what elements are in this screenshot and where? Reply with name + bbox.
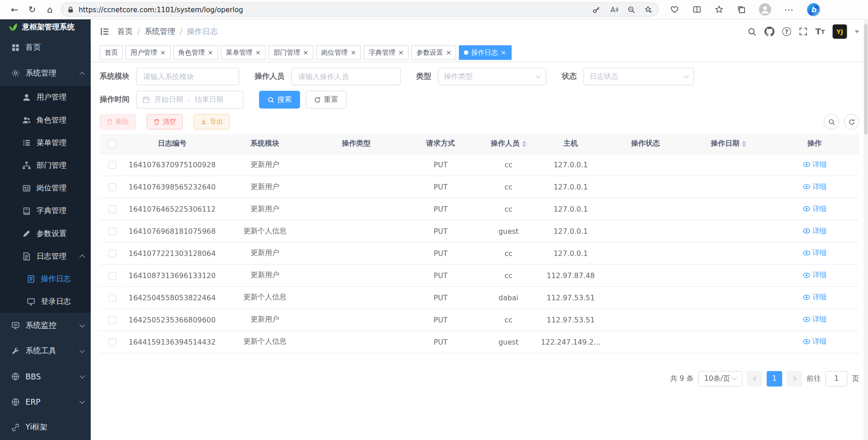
page-button-1[interactable]: 1 [767, 371, 782, 386]
settings-ellipsis-icon[interactable]: ⋯ [784, 4, 794, 14]
row-checkbox[interactable] [108, 161, 116, 169]
github-icon[interactable] [764, 27, 774, 37]
tab-dict-mgmt[interactable]: 字典管理× [364, 45, 409, 60]
browser-profile-avatar[interactable] [759, 3, 771, 15]
breadcrumb-system[interactable]: 系统管理 [144, 27, 175, 37]
row-checkbox[interactable] [108, 250, 116, 257]
sidebar-item-role-mgmt[interactable]: 角色管理 [0, 109, 91, 131]
tab-home[interactable]: 首页 [99, 45, 123, 60]
delete-button[interactable]: 删除 [99, 114, 136, 129]
row-checkbox[interactable] [108, 294, 116, 302]
browser-home-button[interactable]: ⌂ [41, 2, 59, 17]
sort-icon[interactable] [522, 141, 526, 147]
tab-user-mgmt[interactable]: 用户管理× [126, 45, 170, 60]
row-checkbox[interactable] [108, 227, 116, 235]
next-page-button[interactable] [787, 371, 802, 386]
close-icon[interactable]: × [255, 49, 261, 56]
clear-button[interactable]: 清空 [146, 114, 183, 129]
favorite-add-star-icon[interactable] [644, 5, 652, 14]
favorites-star-icon[interactable] [715, 5, 724, 14]
refresh-table-button[interactable] [844, 114, 859, 129]
detail-link[interactable]: 详细 [802, 336, 827, 346]
reset-button[interactable]: 重置 [306, 91, 347, 109]
detail-link[interactable]: 详细 [802, 248, 827, 258]
row-checkbox[interactable] [108, 272, 116, 279]
sidebar-item-home[interactable]: 首页 [0, 35, 91, 60]
sidebar-item-log-mgmt[interactable]: 日志管理 [0, 245, 91, 267]
sidebar-item-dept-mgmt[interactable]: 部门管理 [0, 154, 91, 176]
zoom-out-icon[interactable] [627, 5, 635, 14]
sidebar-item-param-settings[interactable]: 参数设置 [0, 222, 91, 245]
detail-link[interactable]: 详细 [802, 292, 827, 302]
url-text[interactable]: https://ccnetcore.com:1101/system/log/op… [79, 5, 592, 14]
row-checkbox[interactable] [108, 338, 116, 346]
collections-icon[interactable] [737, 5, 746, 14]
export-button[interactable]: 导出 [194, 114, 230, 129]
sidebar-item-post-mgmt[interactable]: 岗位管理 [0, 177, 91, 199]
col-operator[interactable]: 操作人员 [479, 134, 538, 153]
copilot-icon[interactable]: b [807, 3, 820, 16]
page-scrollbar[interactable] [863, 19, 868, 440]
detail-link[interactable]: 详细 [802, 203, 827, 213]
detail-link[interactable]: 详细 [802, 181, 827, 191]
row-checkbox[interactable] [108, 205, 116, 213]
select-all-checkbox[interactable] [108, 140, 116, 148]
read-aloud-icon[interactable] [609, 5, 618, 14]
sidebar-item-login-log[interactable]: 登录日志 [0, 290, 91, 313]
sidebar-item-bbs[interactable]: BBS [0, 364, 91, 389]
goto-page-input[interactable] [826, 371, 848, 386]
tab-param-settings[interactable]: 参数设置× [411, 45, 456, 60]
detail-link[interactable]: 详细 [802, 270, 827, 280]
tab-dept-mgmt[interactable]: 部门管理× [269, 45, 313, 60]
breadcrumb-home[interactable]: 首页 [118, 27, 133, 37]
sort-icon[interactable] [742, 141, 746, 147]
sidebar-toggle-icon[interactable] [99, 27, 109, 37]
show-search-button[interactable] [824, 114, 839, 129]
close-icon[interactable]: × [350, 49, 356, 56]
sidebar-item-dict-mgmt[interactable]: 字典管理 [0, 199, 91, 222]
password-key-icon[interactable] [592, 5, 600, 14]
detail-link[interactable]: 详细 [802, 159, 827, 169]
sidebar-item-system-monitor[interactable]: 系统监控 [0, 313, 91, 338]
sidebar-item-system-tools[interactable]: 系统工具 [0, 338, 91, 364]
module-input[interactable] [136, 67, 239, 85]
row-checkbox[interactable] [108, 183, 116, 191]
operator-input[interactable] [291, 67, 401, 85]
page-size-select[interactable]: 10条/页 [698, 371, 742, 386]
sidebar-item-system[interactable]: 系统管理 [0, 60, 91, 85]
close-icon[interactable]: × [500, 49, 506, 56]
sidebar-item-operation-log[interactable]: 操作日志 [0, 267, 91, 290]
prev-page-button[interactable] [747, 371, 762, 386]
sidebar-item-yi-framework[interactable]: Yi框架 [0, 415, 91, 440]
font-size-icon[interactable]: TT [816, 27, 825, 37]
close-icon[interactable]: × [208, 49, 213, 56]
fullscreen-icon[interactable] [799, 27, 808, 36]
sidebar-item-user-mgmt[interactable]: 用户管理 [0, 86, 91, 109]
detail-link[interactable]: 详细 [802, 226, 827, 236]
close-icon[interactable]: × [398, 49, 404, 56]
split-screen-icon[interactable] [693, 5, 702, 14]
sidebar-item-erp[interactable]: ERP [0, 389, 91, 415]
type-select[interactable]: 操作类型 [438, 67, 547, 85]
header-search-icon[interactable] [747, 27, 757, 36]
detail-link[interactable]: 详细 [802, 314, 827, 324]
browser-address-bar[interactable]: https://ccnetcore.com:1101/system/log/op… [61, 2, 659, 17]
col-date[interactable]: 操作日期 [687, 134, 770, 153]
close-icon[interactable]: × [446, 49, 451, 56]
tab-role-mgmt[interactable]: 角色管理× [173, 45, 218, 60]
browser-back-button[interactable]: ← [5, 2, 23, 17]
tab-post-mgmt[interactable]: 岗位管理× [316, 45, 361, 60]
sidebar-item-menu-mgmt[interactable]: 菜单管理 [0, 131, 91, 154]
tab-operation-log[interactable]: 操作日志× [459, 45, 511, 60]
user-avatar[interactable]: YJ [833, 24, 847, 39]
help-icon[interactable]: ? [782, 27, 791, 36]
search-button[interactable]: 搜索 [259, 91, 300, 109]
date-range-picker[interactable]: 开始日期 - 结束日期 [136, 91, 244, 109]
status-select[interactable]: 日志状态 [584, 67, 694, 85]
close-icon[interactable]: × [303, 49, 308, 56]
row-checkbox[interactable] [108, 316, 116, 324]
browser-refresh-button[interactable]: ↻ [23, 2, 41, 17]
tab-menu-mgmt[interactable]: 菜单管理× [221, 45, 266, 60]
scrollbar-thumb[interactable] [864, 24, 867, 135]
app-logo[interactable]: 意框架管理系统 [0, 19, 91, 35]
